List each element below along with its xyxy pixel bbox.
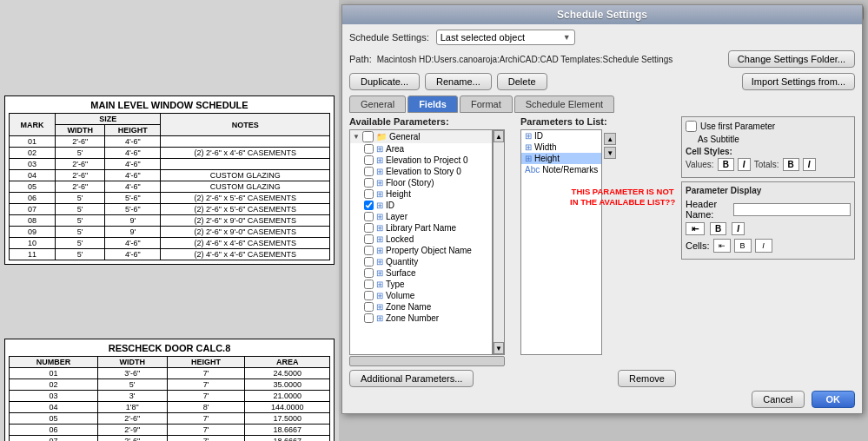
tabs-row: General Fields Format Schedule Element: [349, 95, 855, 113]
table-row: 012'-6"4'-6": [10, 136, 330, 148]
params-horizontal-scrollbar[interactable]: [349, 356, 505, 366]
param-item[interactable]: ⊞Property Object Name: [350, 245, 492, 256]
tab-fields[interactable]: Fields: [407, 95, 458, 113]
general-group-header[interactable]: ▼ 📁 General: [350, 130, 492, 143]
param-item[interactable]: ⊞Elevation to Project 0: [350, 155, 492, 166]
duplicate-button[interactable]: Duplicate...: [349, 73, 420, 90]
param-icon: ⊞: [376, 178, 383, 188]
param-label: Locked: [386, 234, 414, 244]
move-down-button[interactable]: ▼: [604, 147, 616, 159]
param-checkbox[interactable]: [364, 144, 374, 154]
param-icon: ⊞: [376, 155, 383, 165]
param-icon: ⊞: [376, 201, 383, 210]
ptl-icon: Abc: [525, 165, 540, 174]
tab-schedule-element[interactable]: Schedule Element: [514, 95, 614, 113]
header-name-label: Header Name:: [686, 199, 730, 220]
header-name-input[interactable]: [733, 203, 851, 216]
header-bold-btn[interactable]: B: [710, 222, 726, 235]
import-settings-button[interactable]: Import Settings from...: [742, 73, 855, 90]
table-row: 041'8"8'144.0000: [10, 402, 330, 413]
available-params-list[interactable]: ▼ 📁 General ⊞Area⊞Elevation to Project 0…: [349, 129, 493, 355]
param-checkbox[interactable]: [364, 291, 374, 300]
right-panel: Use first Parameter As Subtitle Cell Sty…: [681, 116, 855, 387]
param-item[interactable]: ⊞Volume: [350, 290, 492, 301]
param-checkbox[interactable]: [364, 268, 374, 278]
delete-button[interactable]: Delete: [497, 73, 547, 90]
schedule-dropdown[interactable]: Last selected object ▼: [436, 30, 575, 45]
param-checkbox[interactable]: [364, 155, 374, 165]
change-settings-folder-button[interactable]: Change Settings Folder...: [728, 50, 855, 68]
param-item[interactable]: ⊞Zone Name: [350, 301, 492, 313]
param-checkbox[interactable]: [364, 167, 374, 176]
drawing-area: MAIN LEVEL WINDOW SCHEDULE MARK SIZE NOT…: [0, 0, 339, 441]
move-up-button[interactable]: ▲: [604, 133, 616, 145]
param-item[interactable]: ⊞Layer: [350, 211, 492, 222]
cells-italic-btn[interactable]: I: [755, 239, 772, 253]
param-item[interactable]: ⊞Height: [350, 188, 492, 200]
param-item[interactable]: ⊞Zone Number: [350, 313, 492, 324]
params-to-list-item[interactable]: AbcNote/Remarks: [521, 164, 601, 175]
param-icon: ⊞: [376, 313, 383, 323]
param-item[interactable]: ⊞Quantity: [350, 256, 492, 267]
param-checkbox[interactable]: [364, 302, 374, 312]
rescheck-container: ResCheck Door Calc.8 NUMBER WIDTH HEIGHT…: [4, 339, 335, 441]
first-param-checkbox[interactable]: [686, 121, 697, 132]
params-to-list-item[interactable]: ⊞Height: [521, 153, 601, 164]
param-checkbox[interactable]: [364, 178, 374, 188]
tab-general[interactable]: General: [349, 95, 406, 113]
general-group-checkbox[interactable]: [362, 131, 374, 142]
cells-align-btn[interactable]: ⇤: [713, 239, 731, 253]
values-italic-btn[interactable]: I: [738, 158, 751, 171]
header-italic-btn[interactable]: I: [732, 222, 745, 235]
param-checkbox[interactable]: [364, 189, 374, 199]
param-item[interactable]: ⊞Elevation to Story 0: [350, 166, 492, 177]
table-row: 025'4'-6"(2) 2'-6" x 4'-6" CASEMENTS: [10, 148, 330, 159]
params-to-list-item[interactable]: ⊞Width: [521, 142, 601, 153]
cell-styles-panel: Use first Parameter As Subtitle Cell Sty…: [681, 116, 855, 178]
param-label: Elevation to Project 0: [386, 155, 468, 165]
param-icon: ⊞: [376, 268, 383, 278]
tab-format[interactable]: Format: [460, 95, 513, 113]
remove-button[interactable]: Remove: [618, 370, 676, 387]
cells-bold-btn[interactable]: B: [734, 239, 752, 253]
params-scrollbar[interactable]: ▲ ▼: [493, 129, 505, 355]
param-icon: ⊞: [376, 144, 383, 154]
param-checkbox[interactable]: [364, 246, 374, 255]
totals-italic-btn[interactable]: I: [803, 158, 816, 171]
param-item[interactable]: ⊞Locked: [350, 234, 492, 245]
param-checkbox[interactable]: [364, 201, 374, 210]
rename-button[interactable]: Rename...: [425, 73, 492, 90]
additional-params-button[interactable]: Additional Parameters...: [349, 370, 474, 387]
scroll-down-icon[interactable]: ▼: [494, 342, 504, 354]
param-item[interactable]: ⊞ID: [350, 200, 492, 211]
values-bold-btn[interactable]: B: [718, 158, 734, 171]
params-to-list-item[interactable]: ⊞ID: [521, 130, 601, 142]
param-checkbox[interactable]: [364, 212, 374, 221]
totals-bold-btn[interactable]: B: [783, 158, 799, 171]
param-item[interactable]: ⊞Floor (Story): [350, 177, 492, 188]
param-icon: ⊞: [376, 234, 383, 244]
param-item[interactable]: ⊞Library Part Name: [350, 222, 492, 234]
param-icon: ⊞: [376, 280, 383, 289]
folder-icon: 📁: [376, 132, 387, 142]
schedule-settings-dialog: Schedule Settings Schedule Settings: Las…: [341, 4, 863, 414]
param-checkbox[interactable]: [364, 280, 374, 289]
param-item[interactable]: ⊞Type: [350, 279, 492, 290]
param-item[interactable]: ⊞Area: [350, 143, 492, 155]
values-label: Values:: [686, 160, 714, 169]
param-icon: ⊞: [376, 223, 383, 233]
ok-button[interactable]: OK: [812, 391, 856, 408]
param-item[interactable]: ⊞Surface: [350, 267, 492, 279]
cell-styles-label: Cell Styles:: [686, 147, 851, 156]
rescheck-table: NUMBER WIDTH HEIGHT AREA 013'-6"7'24.500…: [9, 356, 330, 441]
scroll-up-icon[interactable]: ▲: [494, 130, 504, 142]
param-label: Area: [386, 144, 404, 154]
cancel-button[interactable]: Cancel: [752, 391, 804, 408]
params-to-list[interactable]: ⊞ID⊞Width⊞HeightAbcNote/Remarks: [520, 129, 602, 355]
param-checkbox[interactable]: [364, 223, 374, 233]
header-align-left-btn[interactable]: ⇤: [686, 222, 705, 235]
table-row: 052'-6"4'-6"CUSTOM GLAZING: [10, 181, 330, 193]
param-checkbox[interactable]: [364, 313, 374, 323]
param-checkbox[interactable]: [364, 257, 374, 267]
param-checkbox[interactable]: [364, 234, 374, 244]
